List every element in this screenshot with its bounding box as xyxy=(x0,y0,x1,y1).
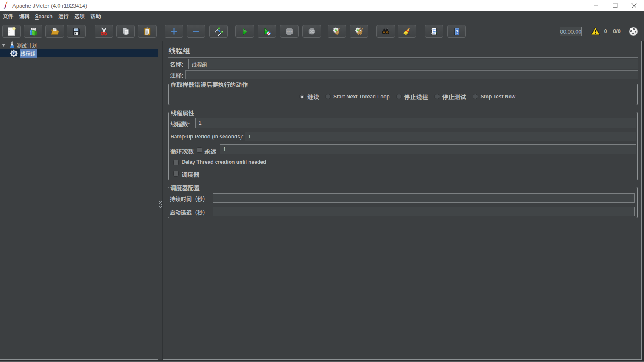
stop-octagon-icon: STOP xyxy=(285,27,294,36)
delay-thread-creation-label: Delay Thread creation until needed xyxy=(182,159,266,165)
scheduler-config-title: 调度器配置 xyxy=(169,183,201,192)
radio-start-next-loop-circle-icon[interactable] xyxy=(325,94,331,99)
radio-continue-circle-icon[interactable] xyxy=(299,94,305,99)
tree-expand-arrow-icon[interactable] xyxy=(2,43,6,47)
content-area: 测试计划 线程组 线程组 名称: 注释: 在取样器错误后要执行的动作 继续 xyxy=(0,41,642,360)
plus-icon xyxy=(169,27,179,36)
forever-checkbox[interactable] xyxy=(197,147,202,153)
duration-input[interactable] xyxy=(213,193,635,203)
threads-label: 线程数: xyxy=(170,120,190,128)
jmeter-logo xyxy=(3,1,9,11)
tree-node-label[interactable]: 测试计划 xyxy=(17,42,37,49)
toolbar-cut-button[interactable] xyxy=(95,25,113,38)
toggle-droppers-icon xyxy=(214,27,223,36)
menu-edit[interactable]: 编辑 xyxy=(16,11,32,22)
radio-start-next-loop[interactable]: Start Next Thread Loop xyxy=(325,94,390,100)
radio-continue-label: 继续 xyxy=(307,93,319,101)
radio-continue[interactable]: 继续 xyxy=(299,93,319,101)
loop-count-input[interactable] xyxy=(220,144,636,154)
rampup-input[interactable] xyxy=(245,132,636,141)
duration-label: 持续时间（秒） xyxy=(170,195,208,203)
toolbar-start-no-timers-button[interactable] xyxy=(258,25,276,38)
forever-label: 永远 xyxy=(204,147,216,155)
warning-indicator[interactable] xyxy=(591,27,600,38)
radio-stop-test-label: 停止测试 xyxy=(442,93,466,101)
toolbar-templates-button[interactable] xyxy=(24,25,42,38)
maximize-icon xyxy=(613,3,618,8)
close-icon xyxy=(631,3,637,8)
split-divider[interactable] xyxy=(158,41,163,360)
jmeter-feather-icon xyxy=(3,1,9,10)
close-button[interactable] xyxy=(624,0,644,11)
run-status-indicator-icon xyxy=(629,27,638,38)
thread-properties-group: 线程属性 线程数: Ramp-Up Period (in seconds): 循… xyxy=(168,112,638,180)
minimize-button[interactable] xyxy=(586,0,605,11)
clear-broom-icon xyxy=(332,27,342,36)
divider-grip[interactable] xyxy=(159,201,162,208)
paste-clipboard-icon xyxy=(143,27,152,36)
radio-stop-test-now[interactable]: Stop Test Now xyxy=(473,94,515,100)
radio-stop-thread[interactable]: 停止线程 xyxy=(396,93,428,101)
shutdown-octagon-icon xyxy=(307,27,316,36)
name-label: 名称: xyxy=(170,60,184,68)
toolbar-save-button[interactable] xyxy=(67,25,86,38)
threads-input[interactable] xyxy=(195,118,636,128)
toolbar-clear-button[interactable] xyxy=(328,25,346,38)
toolbar-function-helper-button[interactable] xyxy=(425,25,443,38)
toolbar-copy-button[interactable] xyxy=(116,25,135,38)
toolbar-new-button[interactable] xyxy=(2,25,21,38)
yellow-broom-icon xyxy=(402,27,412,36)
toolbar-remove-button[interactable] xyxy=(187,25,205,38)
menu-search-rest: earch xyxy=(39,14,53,20)
toolbar-clear-all-button[interactable] xyxy=(350,25,368,38)
startup-delay-label: 启动延迟（秒） xyxy=(170,208,208,216)
menu-options[interactable]: 选项 xyxy=(71,11,87,22)
toolbar-toggle-button[interactable] xyxy=(209,25,228,38)
tree-node-test-plan[interactable]: 测试计划 xyxy=(0,41,158,49)
thread-properties-title: 线程属性 xyxy=(169,109,196,117)
thread-group-gear-icon xyxy=(10,49,18,57)
radio-stop-thread-label: 停止线程 xyxy=(404,93,428,101)
error-action-group: 在取样器错误后要执行的动作 继续 Start Next Thread Loop … xyxy=(168,84,638,105)
radio-stop-test-now-label: Stop Test Now xyxy=(481,94,515,100)
radio-stop-test-now-circle-icon[interactable] xyxy=(473,94,478,99)
start-play-icon xyxy=(240,27,249,36)
toolbar-search-reset-button[interactable] xyxy=(398,25,416,38)
test-plan-tree: 测试计划 线程组 xyxy=(0,41,158,360)
name-input[interactable] xyxy=(188,59,638,69)
toolbar-add-button[interactable] xyxy=(165,25,183,38)
radio-start-next-loop-label: Start Next Thread Loop xyxy=(333,94,390,100)
radio-stop-thread-circle-icon[interactable] xyxy=(396,94,402,99)
menu-run[interactable]: 运行 xyxy=(55,11,71,22)
function-helper-icon xyxy=(429,27,439,36)
open-folder-icon xyxy=(50,27,59,36)
maximize-button[interactable] xyxy=(605,0,624,11)
rampup-label: Ramp-Up Period (in seconds): xyxy=(171,134,244,140)
radio-stop-test-circle-icon[interactable] xyxy=(434,94,440,99)
toolbar-paste-button[interactable] xyxy=(138,25,157,38)
toolbar-open-button[interactable] xyxy=(45,25,64,38)
tree-node-thread-group[interactable]: 线程组 xyxy=(0,49,158,57)
comment-input[interactable] xyxy=(185,70,638,79)
startup-delay-input[interactable] xyxy=(213,207,635,216)
start-no-timers-icon xyxy=(262,27,272,36)
tree-node-label-selected[interactable]: 线程组 xyxy=(20,49,37,58)
menu-help[interactable]: 帮助 xyxy=(87,11,104,22)
toolbar-search-button[interactable] xyxy=(376,25,395,38)
elapsed-timer: 00:00:00 xyxy=(560,27,582,36)
toolbar-shutdown-button[interactable] xyxy=(302,25,321,38)
menu-search[interactable]: Search xyxy=(32,11,55,22)
scheduler-label: 调度器 xyxy=(182,170,199,179)
page-title: 线程组 xyxy=(168,45,190,56)
toolbar-stop-button[interactable]: STOP xyxy=(280,25,299,38)
scheduler-checkbox[interactable] xyxy=(173,171,179,177)
delay-thread-creation-checkbox[interactable] xyxy=(173,160,179,165)
scheduler-config-group: 调度器配置 持续时间（秒） 启动延迟（秒） xyxy=(168,187,638,218)
toolbar-start-button[interactable] xyxy=(235,25,254,38)
error-action-options: 继续 Start Next Thread Loop 停止线程 停止测试 Stop… xyxy=(173,86,641,107)
toolbar-help-button[interactable]: ? xyxy=(447,25,466,38)
clear-all-brooms-icon xyxy=(354,27,364,36)
thread-group-config-panel: 线程组 名称: 注释: 在取样器错误后要执行的动作 继续 Start Next … xyxy=(163,41,642,360)
radio-stop-test[interactable]: 停止测试 xyxy=(434,93,466,101)
menu-file[interactable]: 文件 xyxy=(0,11,16,22)
